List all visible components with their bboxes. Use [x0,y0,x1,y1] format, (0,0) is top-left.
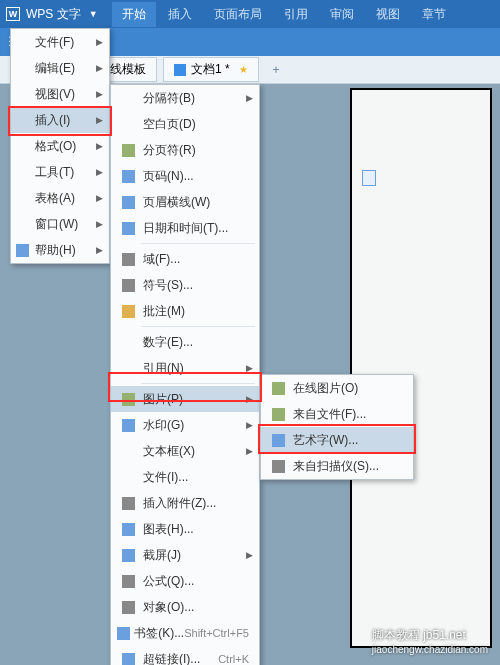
menu-shortcut: Ctrl+K [218,653,249,665]
menu-item[interactable]: 空白页(D) [111,111,259,137]
menu-item-label: 书签(K)... [134,625,184,642]
menu-item-label: 超链接(I)... [143,651,218,666]
gr-icon [267,460,289,473]
menu-item-label: 截屏(J) [143,547,246,564]
menu-item-label: 文件(I)... [143,469,253,486]
menu-item-label: 视图(V) [35,86,96,103]
submenu-arrow-icon: ▶ [96,219,103,229]
doc-tab-document1[interactable]: 文档1 * ★ [163,57,259,82]
menu-item[interactable]: 视图(V)▶ [11,81,109,107]
menu-item-label: 窗口(W) [35,216,96,233]
menu-item[interactable]: 符号(S)... [111,272,259,298]
menu-item[interactable]: 书签(K)...Shift+Ctrl+F5 [111,620,259,646]
menu-item[interactable]: 工具(T)▶ [11,159,109,185]
menu-item[interactable]: 文件(F)▶ [11,29,109,55]
submenu-arrow-icon: ▶ [96,167,103,177]
main-menu: 文件(F)▶编辑(E)▶视图(V)▶插入(I)▶格式(O)▶工具(T)▶表格(A… [10,28,110,264]
menu-item[interactable]: 分隔符(B)▶ [111,85,259,111]
menu-item-label: 在线图片(O) [293,380,407,397]
tab-references[interactable]: 引用 [274,2,318,27]
menu-item[interactable]: 在线图片(O) [261,375,413,401]
menu-item-label: 格式(O) [35,138,96,155]
menu-item[interactable]: 来自文件(F)... [261,401,413,427]
menu-item[interactable]: 插入附件(Z)... [111,490,259,516]
picture-submenu: 在线图片(O)来自文件(F)...艺术字(W)...来自扫描仪(S)... [260,374,414,480]
menu-item[interactable]: 来自扫描仪(S)... [261,453,413,479]
ribbon-tabs: 开始 插入 页面布局 引用 审阅 视图 章节 [112,2,456,27]
menu-item-label: 工具(T) [35,164,96,181]
submenu-arrow-icon: ▶ [246,550,253,560]
menu-item[interactable]: 域(F)... [111,246,259,272]
tab-insert[interactable]: 插入 [158,2,202,27]
g-icon [117,144,139,157]
menu-item-label: 数字(E)... [143,334,253,351]
g-icon [267,408,289,421]
tab-sections[interactable]: 章节 [412,2,456,27]
menu-shortcut: Shift+Ctrl+F5 [184,627,249,639]
submenu-arrow-icon: ▶ [96,37,103,47]
menu-item-label: 空白页(D) [143,116,253,133]
menu-item[interactable]: 格式(O)▶ [11,133,109,159]
menu-item[interactable]: 艺术字(W)... [261,427,413,453]
menu-item-label: 文本框(X) [143,443,246,460]
menu-separator [141,326,255,327]
document-page[interactable] [350,88,492,648]
menu-item-label: 日期和时间(T)... [143,220,253,237]
menu-item[interactable]: 页眉横线(W) [111,189,259,215]
menu-item[interactable]: 文件(I)... [111,464,259,490]
menu-item[interactable]: 截屏(J)▶ [111,542,259,568]
menu-item[interactable]: 窗口(W)▶ [11,211,109,237]
menu-item[interactable]: 日期和时间(T)... [111,215,259,241]
menu-item[interactable]: 图片(P)▶ [111,386,259,412]
submenu-arrow-icon: ▶ [246,363,253,373]
y-icon [117,305,139,318]
sq-icon [13,244,31,257]
sq-icon [117,196,139,209]
menu-item-label: 文件(F) [35,34,96,51]
menu-item-label: 域(F)... [143,251,253,268]
menu-item[interactable]: 数字(E)... [111,329,259,355]
star-icon: ★ [239,64,248,75]
gr-icon [117,601,139,614]
menu-item-label: 来自扫描仪(S)... [293,458,407,475]
sq-icon [117,549,139,562]
menu-item[interactable]: 分页符(R) [111,137,259,163]
gr-icon [117,497,139,510]
doc-icon [174,64,186,76]
sq-icon [117,653,139,666]
menu-item[interactable]: 文本框(X)▶ [111,438,259,464]
gr-icon [117,279,139,292]
menu-item-label: 图片(P) [143,391,246,408]
menu-item[interactable]: 批注(M) [111,298,259,324]
menu-item[interactable]: 对象(O)... [111,594,259,620]
submenu-arrow-icon: ▶ [246,446,253,456]
menu-item-label: 分隔符(B) [143,90,246,107]
menu-item[interactable]: 图表(H)... [111,516,259,542]
add-doc-button[interactable]: ＋ [265,59,287,81]
menu-item[interactable]: 超链接(I)...Ctrl+K [111,646,259,665]
menu-item-label: 表格(A) [35,190,96,207]
menu-item[interactable]: 插入(I)▶ [11,107,109,133]
title-bar: W WPS 文字 ▼ 开始 插入 页面布局 引用 审阅 视图 章节 [0,0,500,28]
menu-item[interactable]: 表格(A)▶ [11,185,109,211]
sq-icon [117,222,139,235]
menu-item[interactable]: 水印(G)▶ [111,412,259,438]
sq-icon [117,170,139,183]
menu-separator [141,383,255,384]
menu-item[interactable]: 引用(N)▶ [111,355,259,381]
menu-item[interactable]: 帮助(H)▶ [11,237,109,263]
sq-icon [117,523,139,536]
menu-item[interactable]: 页码(N)... [111,163,259,189]
menu-item[interactable]: 编辑(E)▶ [11,55,109,81]
tab-view[interactable]: 视图 [366,2,410,27]
sq-icon [267,434,289,447]
tab-page-layout[interactable]: 页面布局 [204,2,272,27]
tab-review[interactable]: 审阅 [320,2,364,27]
tab-start[interactable]: 开始 [112,2,156,27]
app-menu-dropdown-icon[interactable]: ▼ [89,9,98,19]
submenu-arrow-icon: ▶ [96,115,103,125]
submenu-arrow-icon: ▶ [96,245,103,255]
menu-item-label: 编辑(E) [35,60,96,77]
menu-item[interactable]: 公式(Q)... [111,568,259,594]
menu-item-label: 批注(M) [143,303,253,320]
